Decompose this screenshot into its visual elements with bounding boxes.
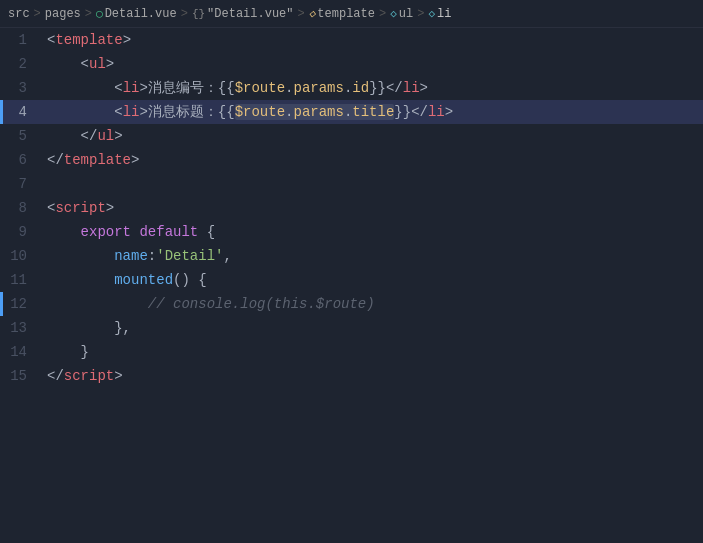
breadcrumb-tag-icon-li: ◇ bbox=[428, 7, 435, 20]
line-content-4: <li>消息标题：{{$route.params.title}}</li> bbox=[43, 100, 703, 124]
breadcrumb-template[interactable]: template bbox=[317, 7, 375, 21]
code-line-7: 7 bbox=[0, 172, 703, 196]
line-number-2: 2 bbox=[3, 52, 43, 76]
line-number-12: 12 bbox=[3, 292, 43, 316]
breadcrumb-detail-vue[interactable]: Detail.vue bbox=[105, 7, 177, 21]
breadcrumb-tag-icon-ul: ◇ bbox=[390, 7, 397, 20]
breadcrumb-li[interactable]: li bbox=[437, 7, 451, 21]
line-content-10: name:'Detail', bbox=[43, 244, 703, 268]
breadcrumb-sep-4: > bbox=[298, 7, 305, 21]
breadcrumb-bar: src > pages > ◯ Detail.vue > {} "Detail.… bbox=[0, 0, 703, 28]
breadcrumb-vue-icon: ◯ bbox=[96, 7, 103, 20]
line-content-6: </template> bbox=[43, 148, 703, 172]
breadcrumb-sep-5: > bbox=[379, 7, 386, 21]
line-number-8: 8 bbox=[3, 196, 43, 220]
line-content-12: // console.log(this.$route) bbox=[43, 292, 703, 316]
line-content-2: <ul> bbox=[43, 52, 703, 76]
code-line-8: 8 <script> bbox=[0, 196, 703, 220]
code-line-5: 5 </ul> bbox=[0, 124, 703, 148]
breadcrumb-sep-1: > bbox=[34, 7, 41, 21]
line-number-7: 7 bbox=[3, 172, 43, 196]
code-line-2: 2 <ul> bbox=[0, 52, 703, 76]
line-content-1: <template> bbox=[43, 28, 703, 52]
line-content-8: <script> bbox=[43, 196, 703, 220]
line-number-14: 14 bbox=[3, 340, 43, 364]
line-number-3: 3 bbox=[3, 76, 43, 100]
code-line-12: 12 // console.log(this.$route) bbox=[0, 292, 703, 316]
line-content-11: mounted() { bbox=[43, 268, 703, 292]
breadcrumb-src[interactable]: src bbox=[8, 7, 30, 21]
line-content-5: </ul> bbox=[43, 124, 703, 148]
breadcrumb-sep-6: > bbox=[417, 7, 424, 21]
code-line-9: 9 export default { bbox=[0, 220, 703, 244]
code-line-1: 1 <template> bbox=[0, 28, 703, 52]
line-number-11: 11 bbox=[3, 268, 43, 292]
code-line-6: 6 </template> bbox=[0, 148, 703, 172]
code-line-4: 4 <li>消息标题：{{$route.params.title}}</li> bbox=[0, 100, 703, 124]
breadcrumb-sep-2: > bbox=[85, 7, 92, 21]
line-number-6: 6 bbox=[3, 148, 43, 172]
code-line-15: 15 </script> bbox=[0, 364, 703, 388]
breadcrumb-pages[interactable]: pages bbox=[45, 7, 81, 21]
line-number-15: 15 bbox=[3, 364, 43, 388]
line-number-5: 5 bbox=[3, 124, 43, 148]
breadcrumb-object-icon: {} bbox=[192, 8, 205, 20]
code-line-10: 10 name:'Detail', bbox=[0, 244, 703, 268]
code-line-13: 13 }, bbox=[0, 316, 703, 340]
line-number-4: 4 bbox=[3, 100, 43, 124]
breadcrumb-detail-vue-str[interactable]: "Detail.vue" bbox=[207, 7, 293, 21]
line-content-9: export default { bbox=[43, 220, 703, 244]
line-content-3: <li>消息编号：{{$route.params.id}}</li> bbox=[43, 76, 703, 100]
line-content-15: </script> bbox=[43, 364, 703, 388]
code-line-3: 3 <li>消息编号：{{$route.params.id}}</li> bbox=[0, 76, 703, 100]
line-content-13: }, bbox=[43, 316, 703, 340]
line-number-1: 1 bbox=[3, 28, 43, 52]
breadcrumb-template-icon: ◇ bbox=[309, 7, 316, 20]
line-number-13: 13 bbox=[3, 316, 43, 340]
breadcrumb-ul[interactable]: ul bbox=[399, 7, 413, 21]
breadcrumb-sep-3: > bbox=[181, 7, 188, 21]
code-line-14: 14 } bbox=[0, 340, 703, 364]
line-content-7 bbox=[43, 172, 703, 196]
code-line-11: 11 mounted() { bbox=[0, 268, 703, 292]
code-editor: 1 <template> 2 <ul> 3 <li>消息编号：{{$route.… bbox=[0, 28, 703, 543]
line-content-14: } bbox=[43, 340, 703, 364]
line-number-10: 10 bbox=[3, 244, 43, 268]
line-number-9: 9 bbox=[3, 220, 43, 244]
